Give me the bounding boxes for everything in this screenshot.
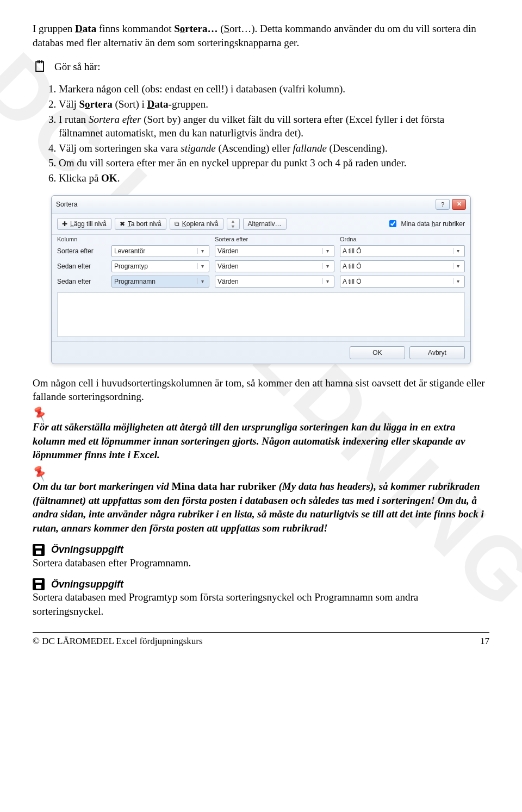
chevron-down-icon: ▾ (322, 248, 332, 254)
delete-level-button[interactable]: ✖Ta bort nivå (115, 218, 166, 230)
grid-empty-area (57, 292, 465, 337)
note-icon: 🗒 (33, 59, 48, 74)
step-3: I rutan Sortera efter (Sort by) anger du… (59, 113, 489, 140)
pushpin-icon (33, 467, 489, 479)
headers-checkbox[interactable] (389, 220, 396, 227)
combo-box[interactable]: A till Ö▾ (340, 245, 465, 257)
exercise-1-text: Sortera databasen efter Programnamn. (33, 556, 489, 570)
chevron-down-icon: ▾ (453, 278, 462, 284)
dialog-button-row: OK Avbryt (52, 341, 470, 364)
grid-row: Sedan efterProgramnamn▾Värden▾A till Ö▾ (52, 274, 470, 289)
row-label: Sedan efter (57, 263, 106, 270)
exercise-2-text: Sortera databasen med Programtyp som för… (33, 590, 489, 618)
chevron-down-icon: ▾ (197, 263, 207, 269)
sort-dialog: Sortera ? ✕ ✚Lägg till nivå ✖Ta bort niv… (51, 195, 471, 364)
intro-paragraph: I gruppen DDataata finns kommandot Sorte… (33, 22, 489, 49)
copy-icon: ⧉ (175, 220, 179, 228)
pushpin-icon (33, 408, 489, 420)
add-icon: ✚ (62, 220, 67, 228)
copy-level-button[interactable]: ⧉Kopiera nivå (170, 218, 223, 230)
steps-list: Markera någon cell (obs: endast en cell!… (33, 82, 489, 185)
step-2: Välj Sortera (Sort) i Data-gruppen. (59, 97, 489, 111)
chevron-down-icon: ▾ (197, 278, 207, 284)
cancel-button[interactable]: Avbryt (409, 346, 465, 359)
grid-row: Sedan efterProgramtyp▾Värden▾A till Ö▾ (52, 259, 470, 274)
combo-box[interactable]: Programnamn▾ (111, 276, 209, 288)
headers-label: Mina data har rubriker (401, 220, 465, 228)
combo-box[interactable]: A till Ö▾ (340, 260, 465, 272)
footer-left: © DC LÄROMEDEL Excel fördjupningskurs (33, 636, 480, 647)
close-button[interactable]: ✕ (452, 199, 466, 210)
headers-checkbox-wrap[interactable]: Mina data har rubriker (387, 218, 465, 229)
after-dialog-paragraph: Om någon cell i huvudsortertingskolumnen… (33, 376, 489, 404)
dialog-title: Sortera (56, 201, 433, 208)
footer-page-number: 17 (480, 636, 489, 647)
row-label: Sedan efter (57, 278, 106, 285)
combo-box[interactable]: A till Ö▾ (340, 276, 465, 288)
grid-body: Sortera efterLeverantör▾Värden▾A till Ö▾… (52, 243, 470, 291)
dialog-titlebar: Sortera ? ✕ (52, 196, 470, 214)
tip-1: För att säkerställa möjligheten att åter… (33, 408, 489, 462)
step-6: Klicka på OK. (59, 171, 489, 185)
chevron-down-icon: ▾ (197, 248, 207, 254)
up-icon: ▲ (227, 218, 239, 224)
combo-box[interactable]: Leverantör▾ (111, 245, 209, 257)
page-footer: © DC LÄROMEDEL Excel fördjupningskurs 17 (33, 632, 489, 647)
exercise-1-heading: Övningsuppgift (33, 544, 489, 556)
tip-2: Om du tar bort markeringen vid Mina data… (33, 467, 489, 535)
options-button[interactable]: Alternativ… (243, 218, 287, 230)
row-label: Sortera efter (57, 247, 106, 255)
down-icon: ▼ (227, 224, 239, 229)
chevron-down-icon: ▾ (453, 248, 462, 254)
ok-button[interactable]: OK (350, 346, 405, 359)
grid-row: Sortera efterLeverantör▾Värden▾A till Ö▾ (52, 243, 470, 259)
exercise-2-heading: Övningsuppgift (33, 578, 489, 590)
dialog-toolbar: ✚Lägg till nivå ✖Ta bort nivå ⧉Kopiera n… (52, 214, 470, 234)
step-1: Markera någon cell (obs: endast en cell!… (59, 82, 489, 96)
chevron-down-icon: ▾ (322, 278, 332, 284)
step-4: Välj om sorteringen ska vara stigande (A… (59, 141, 489, 155)
move-updown[interactable]: ▲▼ (227, 218, 240, 230)
do-heading: 🗒 Gör så här: (33, 59, 489, 74)
help-button[interactable]: ? (436, 199, 450, 210)
grid-header: Kolumn Sortera efter Ordna (52, 234, 470, 243)
combo-box[interactable]: Värden▾ (215, 276, 334, 288)
add-level-button[interactable]: ✚Lägg till nivå (57, 218, 111, 230)
combo-box[interactable]: Programtyp▾ (111, 260, 209, 272)
step-5: Om du vill sortera efter mer än en nycke… (59, 156, 489, 170)
disk-icon (33, 578, 45, 590)
chevron-down-icon: ▾ (322, 263, 332, 269)
combo-box[interactable]: Värden▾ (215, 245, 334, 257)
combo-box[interactable]: Värden▾ (215, 260, 334, 272)
chevron-down-icon: ▾ (453, 263, 462, 269)
delete-icon: ✖ (120, 220, 125, 228)
disk-icon (33, 544, 45, 556)
